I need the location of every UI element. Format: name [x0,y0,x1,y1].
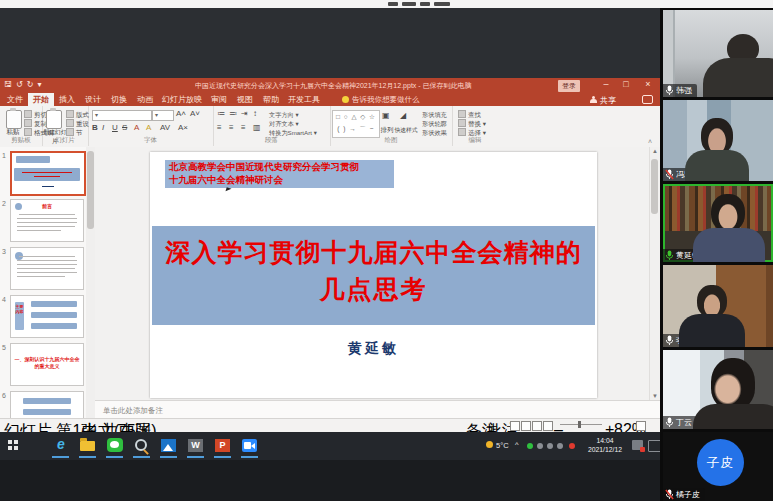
tab-view[interactable]: 视图 [232,93,258,106]
tellme-box[interactable]: 告诉我你想要做什么 [352,95,420,105]
bullets-icon[interactable]: ≔ [217,109,225,118]
arrange-icon[interactable]: ▣ [382,111,390,120]
video-tile-5[interactable]: 丁云 [663,350,773,429]
editor-scrollbar[interactable]: ▲ ▼ [649,147,660,400]
taskbar-icon-photos[interactable] [158,436,180,455]
tab-review[interactable]: 审阅 [206,93,232,106]
fit-slide-button[interactable] [636,421,646,431]
clear-format-icon[interactable]: A× [178,123,188,132]
taskbar-icon-wechat[interactable] [104,436,126,455]
scroll-down-icon[interactable]: ▼ [650,393,660,399]
notes-area[interactable]: 单击此处添加备注 [95,400,660,419]
tab-animations[interactable]: 动画 [132,93,158,106]
font-size-select[interactable]: ▾ [152,110,174,121]
align-right-icon[interactable]: ≡ [241,123,246,132]
shape-outline-button[interactable]: 形状轮廓 [422,120,447,129]
tray-icon-red[interactable] [569,443,575,449]
quick-access-toolbar[interactable]: 🖫↺↻▾ [4,80,45,89]
bold-button[interactable]: B [92,123,98,132]
taskbar-icon-internet-explorer[interactable]: e [50,436,72,455]
tab-help[interactable]: 帮助 [258,93,284,106]
char-spacing-icon[interactable]: AV [160,123,170,132]
shape-fill-button[interactable]: 形状填充 [422,111,447,120]
slide-thumbnail-6[interactable] [10,391,84,418]
tray-app-badged-icon[interactable] [632,440,643,450]
tray-icon-3[interactable] [557,443,563,449]
clock[interactable]: 14:04 2021/12/12 [582,436,628,454]
thumbnail-scrollbar[interactable] [86,147,95,418]
numbering-icon[interactable]: ≕ [229,109,237,118]
highlight-button[interactable]: A [146,123,151,132]
slide-thumbnail-2[interactable]: 前言 [10,199,84,242]
collapse-ribbon-icon[interactable]: ˄ [648,138,652,145]
video-tile-2[interactable]: 冯雅新 [663,100,773,181]
slide-sorter-button[interactable] [521,421,531,431]
align-center-icon[interactable]: ≡ [229,123,234,132]
slide-canvas[interactable]: 北京高教学会中国近现代史研究分会学习贯彻 十九届六中全会精神研讨会 深入学习贯彻… [150,152,597,398]
font-color-button[interactable]: A [134,123,139,132]
close-button[interactable]: × [640,79,656,89]
tab-devtools[interactable]: 开发工具 [284,93,324,106]
taskbar-icon-word[interactable]: W [185,436,207,455]
underline-button[interactable]: U [112,123,118,132]
strikethrough-button[interactable]: S [122,123,127,132]
normal-view-button[interactable] [510,421,520,431]
new-slide-icon[interactable] [46,110,62,129]
shrink-font-icon[interactable]: A˅ [190,109,200,118]
slide-thumbnail-4[interactable]: 主要内容 [10,295,84,338]
tab-slideshow[interactable]: 幻灯片放映 [158,93,206,106]
slide-thumbnail-3[interactable] [10,247,84,290]
qat-dropdown-icon[interactable]: ▾ [37,80,45,89]
video-tile-3-active-speaker[interactable]: 黄延敏 [663,184,773,262]
align-text-button[interactable]: 对齐文本 ▾ [269,120,299,129]
tab-transitions[interactable]: 切换 [106,93,132,106]
taskbar-icon-tencent-meeting[interactable] [239,436,261,455]
grow-font-icon[interactable]: A˄ [176,109,186,118]
redo-icon[interactable]: ↻ [27,80,38,89]
line-spacing-icon[interactable]: ↕ [253,109,257,118]
taskbar-icon-powerpoint[interactable]: P [212,436,234,455]
signin-button[interactable]: 登录 [558,80,580,92]
reading-view-button[interactable] [532,421,542,431]
slide-thumbnail-1[interactable] [10,151,86,196]
tray-icon-green[interactable] [527,443,533,449]
scroll-up-icon[interactable]: ▲ [650,148,660,154]
slide-title-box[interactable]: 深入学习贯彻十九届六中全会精神的 几点思考 [152,226,595,325]
tray-icon-2[interactable] [547,443,553,449]
tab-file[interactable]: 文件 [2,93,28,106]
minimize-button[interactable]: – [598,79,614,89]
start-button[interactable] [8,440,12,444]
video-tile-4[interactable]: 李久林 [663,265,773,347]
restore-button[interactable]: □ [618,79,634,89]
taskbar-icon-search[interactable] [131,436,153,455]
slide-thumbnail-5[interactable]: 一、深刻认识十九届六中全会的重大意义 [10,343,84,386]
weather-icon[interactable] [486,441,493,448]
undo-icon[interactable]: ↺ [16,80,27,89]
tray-icon-1[interactable] [537,443,543,449]
zoom-slider[interactable] [560,424,602,425]
font-name-select[interactable]: ▾ [92,110,152,121]
save-icon[interactable]: 🖫 [4,80,16,89]
taskbar-icon-file-explorer[interactable] [77,436,99,455]
share-button[interactable]: 共享 [600,95,616,106]
tab-home[interactable]: 开始 [28,93,54,106]
tab-insert[interactable]: 插入 [54,93,80,106]
italic-button[interactable]: I [102,123,104,132]
comments-bubble-icon[interactable] [642,95,653,104]
columns-icon[interactable]: ▥ [253,123,261,132]
video-tile-6[interactable]: 子皮 橘子皮 [663,432,773,501]
align-left-icon[interactable]: ≡ [217,123,222,132]
quick-styles-icon[interactable]: ◢ [400,111,406,120]
shapes-gallery[interactable]: □ ○ △ ◇ ☆( ) → ⌒ ~ [332,110,380,138]
slide-header-box[interactable]: 北京高教学会中国近现代史研究分会学习贯彻 十九届六中全会精神研讨会 [165,160,394,188]
indent-icon[interactable]: ⇥ [241,109,248,118]
text-direction-button[interactable]: 文字方向 ▾ [269,111,299,120]
paste-icon[interactable] [6,110,22,129]
tray-temperature[interactable]: 5°C [496,441,509,450]
tray-expand-icon[interactable]: ^ [515,440,519,449]
quick-styles-button[interactable]: 快速样式 [392,126,420,135]
zoom-slider-thumb[interactable] [578,421,581,428]
slide-author[interactable]: 黄延敏 [150,340,597,358]
slideshow-button[interactable] [543,421,553,431]
video-tile-1[interactable]: 韩强 [663,10,773,97]
